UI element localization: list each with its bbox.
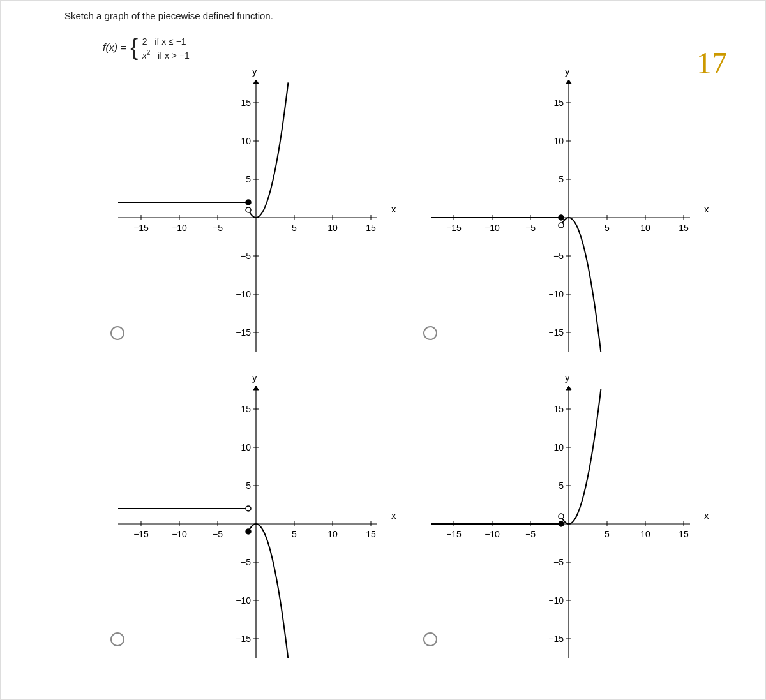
option-d[interactable]: 15105−5−10−15−15−10−551015yx [409, 377, 722, 683]
x-tick-label: −15 [131, 223, 151, 233]
x-tick-label: 15 [673, 529, 694, 539]
x-tick-label: −5 [207, 223, 228, 233]
chart-plot [96, 71, 377, 352]
x-tick-label: −5 [520, 529, 541, 539]
svg-point-32 [559, 215, 564, 220]
x-tick-label: −15 [131, 529, 151, 539]
chart-plot [409, 377, 690, 658]
question-text: Sketch a graph of the piecewise defined … [64, 10, 273, 21]
x-tick-label: 10 [635, 223, 656, 233]
y-tick-label: −5 [230, 251, 251, 261]
y-tick-label: 10 [230, 442, 251, 452]
y-tick-label: −15 [230, 327, 251, 338]
x-axis-label: x [704, 510, 709, 521]
option-b[interactable]: 15105−5−10−15−15−10−551015yx [409, 71, 722, 377]
y-tick-label: 15 [230, 98, 251, 108]
piecewise-function: f(x) = { 2 if x ≤ −1 x2 if x > −1 [103, 36, 190, 61]
y-tick-label: 5 [230, 174, 251, 184]
y-tick-label: 15 [543, 98, 564, 108]
svg-point-33 [559, 223, 564, 228]
x-axis-label: x [704, 204, 709, 214]
x-tick-label: 15 [361, 223, 381, 233]
piece2-exp: 2 [147, 49, 151, 56]
option-a[interactable]: 15105−5−10−15−15−10−551015yx [96, 71, 409, 377]
svg-point-66 [559, 521, 564, 526]
y-tick-label: 5 [543, 480, 564, 491]
y-tick-label: 15 [230, 404, 251, 414]
svg-point-15 [246, 200, 251, 205]
x-tick-label: −15 [444, 529, 464, 539]
y-tick-label: −15 [543, 327, 564, 338]
x-tick-label: 5 [284, 223, 304, 233]
x-tick-label: −5 [520, 223, 541, 233]
piece2-base: x [142, 50, 147, 61]
x-tick-label: −5 [207, 529, 228, 539]
x-tick-label: 10 [322, 529, 343, 539]
chart-plot [409, 71, 690, 352]
y-axis-label: y [252, 372, 257, 383]
svg-point-67 [559, 514, 564, 519]
y-axis-label: y [565, 66, 570, 77]
x-tick-label: 5 [284, 529, 304, 539]
y-tick-label: −5 [543, 557, 564, 567]
x-tick-label: 15 [361, 529, 381, 539]
svg-point-16 [246, 207, 251, 212]
x-tick-label: 15 [673, 223, 694, 233]
y-tick-label: 5 [230, 480, 251, 491]
x-tick-label: −10 [169, 223, 190, 233]
x-axis-label: x [391, 510, 396, 521]
x-tick-label: 10 [635, 529, 656, 539]
page: Sketch a graph of the piecewise defined … [0, 0, 766, 700]
x-tick-label: −15 [444, 223, 464, 233]
y-tick-label: −15 [543, 634, 564, 644]
piece2-cond: if x > −1 [158, 50, 190, 61]
x-axis-label: x [391, 204, 396, 214]
chart-plot [96, 377, 377, 658]
y-tick-label: −15 [230, 634, 251, 644]
y-tick-label: −10 [230, 595, 251, 606]
y-tick-label: −10 [230, 289, 251, 299]
x-tick-label: −10 [482, 529, 502, 539]
y-axis-label: y [252, 66, 257, 77]
y-tick-label: −10 [543, 289, 564, 299]
piece1-cond: if x ≤ −1 [154, 36, 186, 47]
svg-point-49 [246, 506, 251, 511]
func-lhs: f(x) = [103, 42, 126, 53]
x-tick-label: 10 [322, 223, 343, 233]
y-tick-label: 10 [543, 442, 564, 452]
y-axis-label: y [565, 372, 570, 383]
y-tick-label: −10 [543, 595, 564, 606]
y-tick-label: 10 [230, 136, 251, 146]
piece2-val: x2 [142, 50, 153, 61]
y-tick-label: −5 [230, 557, 251, 567]
y-tick-label: 15 [543, 404, 564, 414]
option-c[interactable]: 15105−5−10−15−15−10−551015yx [96, 377, 409, 683]
brace-icon: { [130, 36, 138, 59]
x-tick-label: −10 [169, 529, 190, 539]
y-tick-label: −5 [543, 251, 564, 261]
x-tick-label: 5 [597, 529, 617, 539]
svg-point-50 [246, 529, 251, 534]
x-tick-label: −10 [482, 223, 502, 233]
options-grid: 15105−5−10−15−15−10−551015yx 15105−5−10−… [96, 71, 722, 683]
x-tick-label: 5 [597, 223, 617, 233]
y-tick-label: 5 [543, 174, 564, 184]
piece1-val: 2 [142, 36, 147, 47]
y-tick-label: 10 [543, 136, 564, 146]
func-pieces: 2 if x ≤ −1 x2 if x > −1 [142, 36, 190, 61]
